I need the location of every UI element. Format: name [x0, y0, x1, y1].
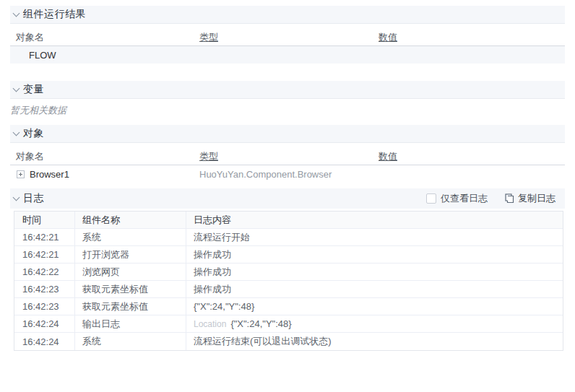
- section-title: 日志: [23, 192, 44, 205]
- column-header-value[interactable]: 数值: [379, 31, 565, 44]
- log-content: {"X":24,"Y":48}: [186, 298, 563, 315]
- log-component: 系统: [75, 229, 186, 245]
- log-content: 操作成功: [186, 263, 563, 280]
- column-header-time: 时间: [14, 212, 75, 228]
- debug-panel: 组件运行结果 对象名 类型 数值 FLOW 变量 暂无相关数据 对象 对象名 类…: [0, 6, 575, 392]
- chevron-down-icon: [13, 129, 20, 136]
- column-header-value[interactable]: 数值: [379, 150, 565, 163]
- log-component: 打开浏览器: [75, 246, 186, 263]
- log-content: 流程运行结束(可以退出调试状态): [186, 333, 563, 350]
- log-row[interactable]: 16:42:22 浏览网页 操作成功: [14, 263, 563, 281]
- section-header-variables[interactable]: 变量: [10, 81, 565, 99]
- section-header-run-results[interactable]: 组件运行结果: [10, 6, 565, 24]
- log-component: 浏览网页: [75, 263, 186, 280]
- log-row[interactable]: 16:42:21 系统 流程运行开始: [14, 229, 563, 246]
- copy-logs-label: 复制日志: [518, 192, 555, 205]
- section-title: 对象: [23, 127, 44, 140]
- section-title: 组件运行结果: [23, 8, 86, 21]
- column-header-type[interactable]: 类型: [199, 150, 379, 163]
- log-tag-location: Location: [194, 319, 226, 329]
- log-header-row: 时间 组件名称 日志内容: [14, 212, 563, 229]
- object-name: FLOW: [10, 50, 199, 61]
- log-time: 16:42:21: [14, 229, 75, 245]
- section-title: 变量: [23, 83, 44, 96]
- chevron-down-icon: [13, 194, 20, 201]
- objects-header-row: 对象名 类型 数值: [10, 148, 565, 165]
- copy-icon: [505, 193, 514, 204]
- log-time: 16:42:24: [14, 333, 75, 350]
- log-component: 输出日志: [75, 315, 186, 332]
- log-row[interactable]: 16:42:23 获取元素坐标值 操作成功: [14, 281, 563, 298]
- variables-empty-text: 暂无相关数据: [10, 104, 565, 116]
- objects-table: 对象名 类型 数值 Browser1 HuoYuYan.Component.Br…: [10, 148, 565, 183]
- log-table: 时间 组件名称 日志内容 16:42:21 系统 流程运行开始 16:42:21…: [14, 211, 563, 351]
- section-header-objects[interactable]: 对象: [10, 125, 565, 143]
- log-time: 16:42:24: [14, 315, 75, 332]
- log-component: 获取元素坐标值: [75, 281, 186, 297]
- copy-logs-button[interactable]: 复制日志: [505, 192, 555, 205]
- only-view-logs-label: 仅查看日志: [441, 192, 488, 205]
- run-results-header-row: 对象名 类型 数值: [10, 29, 565, 46]
- log-time: 16:42:23: [14, 298, 75, 315]
- log-content: Location {"X":24,"Y":48}: [186, 315, 563, 332]
- log-row[interactable]: 16:42:24 输出日志 Location {"X":24,"Y":48}: [14, 315, 563, 333]
- table-row-browser1[interactable]: Browser1 HuoYuYan.Component.Browser: [10, 165, 565, 183]
- chevron-down-icon: [13, 10, 20, 17]
- only-view-logs-toggle[interactable]: 仅查看日志: [426, 192, 488, 205]
- log-row[interactable]: 16:42:23 获取元素坐标值 {"X":24,"Y":48}: [14, 298, 563, 315]
- object-name: Browser1: [30, 169, 69, 180]
- log-time: 16:42:23: [14, 281, 75, 297]
- section-header-logs[interactable]: 日志 仅查看日志 复制日志: [10, 188, 565, 209]
- column-header-object-name: 对象名: [10, 31, 199, 44]
- column-header-object-name: 对象名: [10, 150, 199, 163]
- log-component: 获取元素坐标值: [75, 298, 186, 315]
- log-row[interactable]: 16:42:21 打开浏览器 操作成功: [14, 246, 563, 263]
- log-content: 流程运行开始: [186, 229, 563, 245]
- expand-plus-icon[interactable]: [17, 170, 25, 178]
- chevron-down-icon: [13, 85, 20, 92]
- log-time: 16:42:21: [14, 246, 75, 263]
- log-row[interactable]: 16:42:24 系统 流程运行结束(可以退出调试状态): [14, 333, 563, 350]
- column-header-component: 组件名称: [75, 212, 186, 228]
- log-content: 操作成功: [186, 281, 563, 297]
- log-component: 系统: [75, 333, 186, 350]
- table-row-flow[interactable]: FLOW: [10, 46, 565, 64]
- column-header-type[interactable]: 类型: [199, 31, 379, 44]
- run-results-table: 对象名 类型 数值 FLOW: [10, 29, 565, 64]
- log-content-value: {"X":24,"Y":48}: [230, 318, 291, 329]
- object-type: HuoYuYan.Component.Browser: [199, 169, 379, 180]
- log-content: 操作成功: [186, 246, 563, 263]
- only-view-logs-checkbox[interactable]: [426, 193, 436, 204]
- column-header-content: 日志内容: [186, 212, 563, 228]
- log-time: 16:42:22: [14, 263, 75, 280]
